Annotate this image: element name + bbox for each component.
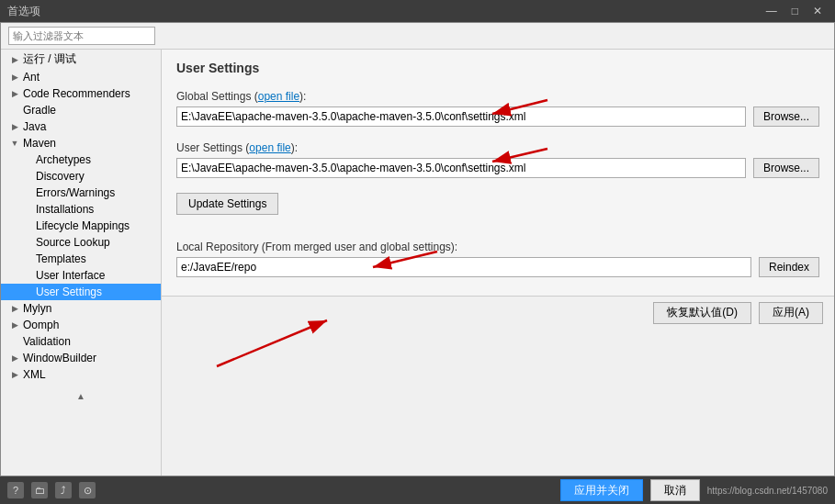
local-repo-input[interactable] [176, 257, 751, 277]
expand-arrow: ▶ [8, 320, 21, 330]
panel-title: User Settings [176, 61, 819, 75]
sidebar-item-label: Discovery [34, 169, 86, 184]
sidebar-item-validation[interactable]: Validation [1, 333, 161, 350]
filter-bar [1, 23, 834, 50]
sidebar-item-label: Maven [21, 136, 58, 151]
user-settings-label: User Settings (open file): [176, 141, 819, 154]
sidebar-item-label: Archetypes [34, 152, 93, 167]
sidebar-item-label: Mylyn [21, 301, 53, 316]
preferences-dialog: ▶ 运行 / 调试 ▶ Ant ▶ Code Recommenders Grad… [0, 22, 835, 476]
sidebar-item-label: Gradle [21, 103, 58, 118]
sidebar-item-label: XML [21, 367, 48, 382]
content-area: ▶ 运行 / 调试 ▶ Ant ▶ Code Recommenders Grad… [1, 50, 834, 476]
local-repo-row: Reindex [176, 257, 819, 277]
global-browse-button[interactable]: Browse... [753, 106, 819, 127]
global-settings-section: Global Settings (open file): Browse... [176, 90, 819, 134]
sidebar-item-ant[interactable]: ▶ Ant [1, 69, 161, 85]
sidebar-item-label: Templates [34, 252, 88, 266]
user-settings-input[interactable] [176, 158, 746, 178]
sidebar-item-label: 运行 / 调试 [21, 50, 78, 68]
expand-arrow: ▼ [8, 139, 21, 148]
sidebar-item-label: Validation [21, 334, 73, 349]
sidebar-item-label: Oomph [21, 318, 61, 332]
update-settings-container: Update Settings [176, 193, 819, 226]
expand-arrow: ▶ [8, 353, 21, 363]
sidebar-item-label: Source Lookup [34, 235, 112, 250]
sidebar-item-user-settings[interactable]: User Settings [1, 284, 161, 300]
expand-arrow: ▶ [8, 122, 21, 131]
sidebar-item-gradle[interactable]: Gradle [1, 102, 161, 118]
close-button[interactable]: ✕ [807, 5, 828, 17]
maximize-button[interactable]: □ [786, 5, 804, 17]
update-settings-button[interactable]: Update Settings [176, 193, 278, 215]
user-settings-link[interactable]: open file [249, 141, 290, 154]
bottom-bar: 恢复默认值(D) 应用(A) [162, 296, 834, 329]
expand-arrow: ▶ [8, 55, 21, 64]
apply-button[interactable]: 应用(A) [759, 302, 823, 324]
sidebar-item-label: User Settings [34, 285, 104, 299]
sidebar-item-code-recommenders[interactable]: ▶ Code Recommenders [1, 85, 161, 102]
left-panel: ▶ 运行 / 调试 ▶ Ant ▶ Code Recommenders Grad… [1, 50, 162, 476]
expand-arrow: ▶ [8, 89, 21, 98]
refresh-icon[interactable]: ⊙ [79, 482, 96, 498]
local-repo-label: Local Repository (From merged user and g… [176, 241, 819, 253]
reindex-button[interactable]: Reindex [759, 257, 819, 277]
sidebar-item-mylyn[interactable]: ▶ Mylyn [1, 300, 161, 317]
sidebar-item-label: Errors/Warnings [34, 185, 117, 200]
minimize-button[interactable]: — [761, 5, 783, 17]
sidebar-item-java[interactable]: ▶ Java [1, 118, 161, 135]
apply-close-button[interactable]: 应用并关闭 [560, 479, 643, 501]
export-icon[interactable]: ⤴ [55, 482, 72, 498]
window-controls: — □ ✕ [761, 5, 828, 17]
right-panel-wrapper: User Settings Global Settings (open file… [162, 50, 834, 476]
local-repo-section: Local Repository (From merged user and g… [176, 241, 819, 285]
sidebar-item-label: Code Recommenders [21, 86, 132, 101]
sidebar-item-label: Installations [34, 202, 96, 217]
cancel-button[interactable]: 取消 [650, 479, 700, 501]
folder-icon[interactable]: 🗀 [31, 482, 48, 498]
expand-arrow: ▶ [8, 73, 21, 82]
restore-defaults-button[interactable]: 恢复默认值(D) [653, 302, 751, 324]
dialog-title: 首选项 [7, 4, 40, 19]
sidebar-item-user-interface[interactable]: User Interface [1, 267, 161, 284]
sidebar-item-lifecycle-mappings[interactable]: Lifecycle Mappings [1, 218, 161, 234]
sidebar-item-maven[interactable]: ▼ Maven [1, 135, 161, 151]
sidebar-item-label: User Interface [34, 268, 107, 283]
sidebar-item-oomph[interactable]: ▶ Oomph [1, 317, 161, 333]
sidebar-item-source-lookup[interactable]: Source Lookup [1, 234, 161, 251]
footer: ? 🗀 ⤴ ⊙ 应用并关闭 取消 https://blog.csdn.net/1… [0, 476, 835, 504]
expand-arrow: ▶ [8, 304, 21, 313]
footer-url: https://blog.csdn.net/1457080 [707, 486, 828, 496]
sidebar-item-errors-warnings[interactable]: Errors/Warnings [1, 185, 161, 201]
right-panel: User Settings Global Settings (open file… [162, 50, 834, 296]
help-icon[interactable]: ? [7, 482, 24, 498]
user-settings-section: User Settings (open file): Browse... [176, 141, 819, 185]
sidebar-item-label: Java [21, 119, 48, 134]
sidebar-item-installations[interactable]: Installations [1, 201, 161, 218]
sidebar-item-discovery[interactable]: Discovery [1, 168, 161, 185]
sidebar-item-xml[interactable]: ▶ XML [1, 366, 161, 383]
user-settings-row: Browse... [176, 158, 819, 178]
sidebar-item-run-debug[interactable]: ▶ 运行 / 调试 [1, 50, 161, 69]
sidebar-item-label: Ant [21, 70, 41, 84]
user-browse-button[interactable]: Browse... [753, 158, 819, 178]
sidebar-item-window-builder[interactable]: ▶ WindowBuilder [1, 350, 161, 366]
sidebar-item-templates[interactable]: Templates [1, 251, 161, 267]
global-settings-input[interactable] [176, 106, 746, 127]
expand-arrow: ▶ [8, 370, 21, 379]
sidebar-item-archetypes[interactable]: Archetypes [1, 151, 161, 168]
sidebar-item-label: WindowBuilder [21, 351, 98, 365]
sidebar-item-label: Lifecycle Mappings [34, 218, 131, 233]
global-settings-row: Browse... [176, 106, 819, 127]
filter-input[interactable] [8, 27, 155, 45]
global-settings-link[interactable]: open file [258, 90, 299, 103]
title-bar: 首选项 — □ ✕ [0, 0, 835, 22]
global-settings-label: Global Settings (open file): [176, 90, 819, 103]
